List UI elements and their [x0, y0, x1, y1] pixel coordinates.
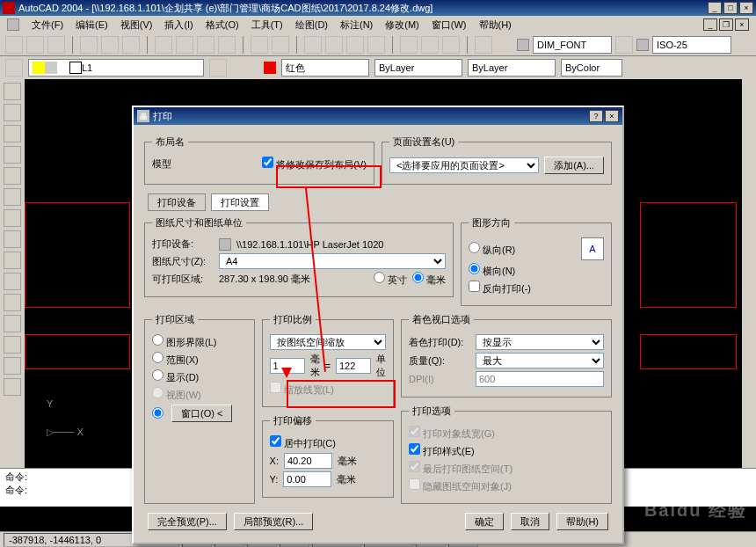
- page-setup-select[interactable]: <选择要应用的页面设置>: [389, 157, 539, 173]
- plot-styles-check[interactable]: 打印样式(E): [409, 443, 475, 458]
- save-changes-check[interactable]: 将修改保存到布局(V): [262, 157, 367, 171]
- block-tool[interactable]: [4, 294, 21, 311]
- units-inch-radio[interactable]: 英寸: [374, 272, 407, 287]
- dialog-close-button[interactable]: ×: [605, 110, 619, 122]
- design-center-button[interactable]: [421, 36, 439, 54]
- scale-lineweight-check: 缩放线宽(L): [270, 382, 334, 397]
- point-tool[interactable]: [4, 315, 21, 332]
- portrait-radio[interactable]: 纵向(R): [469, 242, 515, 257]
- dimstyle-select[interactable]: DIM_FONT: [533, 36, 612, 54]
- pan-button[interactable]: [304, 36, 322, 54]
- paste-button[interactable]: [197, 36, 214, 54]
- zoomwin-button[interactable]: [346, 36, 364, 54]
- rectangle-tool[interactable]: [4, 167, 21, 185]
- menu-item[interactable]: 插入(I): [164, 18, 193, 32]
- spline-tool[interactable]: [4, 230, 21, 248]
- paper-size-select[interactable]: A4: [219, 253, 446, 269]
- child-close-button[interactable]: ×: [735, 18, 749, 31]
- menu-item[interactable]: 修改(M): [385, 18, 419, 32]
- color-swatch: [69, 62, 82, 74]
- menu-item[interactable]: 格式(O): [206, 18, 239, 32]
- full-preview-button[interactable]: 完全预览(P)...: [148, 513, 227, 530]
- xline-tool[interactable]: [4, 104, 21, 121]
- scale-select[interactable]: 按图纸空间缩放: [270, 334, 386, 350]
- layer-prev-button[interactable]: [209, 59, 227, 77]
- child-restore-button[interactable]: ❐: [719, 18, 733, 31]
- layer-manager-button[interactable]: [5, 59, 23, 77]
- text-tool[interactable]: [4, 378, 21, 396]
- matchprop-button[interactable]: [218, 36, 236, 54]
- redo-button[interactable]: [272, 36, 289, 54]
- textstyle-select[interactable]: ISO-25: [652, 36, 731, 54]
- menu-item[interactable]: 标注(N): [340, 18, 373, 32]
- help-button[interactable]: 帮助(H): [556, 513, 608, 530]
- arc-tool[interactable]: [4, 188, 21, 206]
- vertical-scrollbar[interactable]: [742, 79, 756, 473]
- partial-preview-button[interactable]: 局部预览(R)...: [234, 513, 313, 530]
- shade-plot-select[interactable]: 按显示: [476, 334, 604, 350]
- maximize-button[interactable]: □: [723, 2, 738, 14]
- units-mm-radio[interactable]: 毫米: [412, 272, 446, 287]
- close-button[interactable]: ×: [739, 2, 753, 14]
- help-button[interactable]: [475, 36, 492, 54]
- tab-plot-settings[interactable]: 打印设置: [211, 193, 269, 211]
- offset-y-input[interactable]: [283, 471, 331, 487]
- region-tool[interactable]: [4, 357, 21, 375]
- menu-item[interactable]: 窗口(W): [432, 18, 467, 32]
- menu-item[interactable]: 文件(F): [32, 18, 63, 32]
- hatch-tool[interactable]: [4, 336, 21, 354]
- dim-tools-button[interactable]: [615, 36, 633, 54]
- dialog-titlebar[interactable]: 🖶 打印 ? ×: [134, 107, 622, 125]
- ok-button[interactable]: 确定: [465, 513, 504, 530]
- display-radio[interactable]: 显示(D): [152, 369, 199, 384]
- new-button[interactable]: [5, 36, 23, 54]
- undo-button[interactable]: [251, 36, 268, 54]
- zoomprev-button[interactable]: [367, 36, 385, 54]
- polygon-tool[interactable]: [4, 146, 21, 164]
- color-select[interactable]: 红色: [281, 59, 369, 77]
- open-button[interactable]: [26, 36, 44, 54]
- tool-palettes-button[interactable]: [442, 36, 460, 54]
- publish-button[interactable]: [122, 36, 140, 54]
- plotstyle-select[interactable]: ByColor: [561, 59, 622, 77]
- polyline-tool[interactable]: [4, 125, 21, 142]
- limits-radio[interactable]: 图形界限(L): [152, 334, 216, 349]
- insert-tool[interactable]: [4, 273, 21, 290]
- orientation-preview-icon: A: [581, 237, 604, 260]
- save-button[interactable]: [47, 36, 65, 54]
- child-minimize-button[interactable]: _: [703, 18, 717, 31]
- cut-button[interactable]: [155, 36, 172, 54]
- menu-item[interactable]: 编辑(E): [76, 18, 108, 32]
- window-radio[interactable]: [152, 407, 166, 420]
- linetype-select[interactable]: ByLayer: [374, 59, 462, 77]
- group-legend: 布局名: [152, 135, 188, 149]
- group-legend: 打印选项: [409, 405, 454, 418]
- ellipse-tool[interactable]: [4, 252, 21, 269]
- circle-tool[interactable]: [4, 209, 21, 227]
- landscape-radio[interactable]: 横向(N): [469, 263, 515, 278]
- dialog-help-button[interactable]: ?: [589, 110, 603, 122]
- reverse-check[interactable]: 反向打印(-): [469, 281, 531, 295]
- copy-button[interactable]: [176, 36, 193, 54]
- lineweight-select[interactable]: ByLayer: [468, 59, 556, 77]
- print-button[interactable]: [80, 36, 98, 54]
- add-page-setup-button[interactable]: 添加(A)...: [544, 157, 604, 174]
- line-tool[interactable]: [4, 83, 21, 100]
- tab-plot-device[interactable]: 打印设备: [148, 193, 206, 211]
- quality-select[interactable]: 最大: [476, 353, 604, 368]
- offset-x-input[interactable]: [284, 453, 332, 469]
- minimize-button[interactable]: _: [708, 2, 722, 14]
- zoom-button[interactable]: [325, 36, 343, 54]
- props-button[interactable]: [400, 36, 418, 54]
- center-check[interactable]: 居中打印(C): [270, 435, 336, 450]
- menu-item[interactable]: 帮助(H): [479, 18, 512, 32]
- cancel-button[interactable]: 取消: [511, 513, 549, 530]
- layer-select[interactable]: L1: [28, 59, 204, 77]
- menu-item[interactable]: 工具(T): [251, 18, 283, 32]
- menu-item[interactable]: 视图(V): [120, 18, 153, 32]
- preview-button[interactable]: [101, 36, 119, 54]
- menu-item[interactable]: 绘图(D): [295, 18, 328, 32]
- extents-radio[interactable]: 范围(X): [152, 352, 199, 367]
- scale-unit-input[interactable]: [336, 358, 371, 374]
- window-pick-button[interactable]: 窗口(O) <: [171, 405, 232, 422]
